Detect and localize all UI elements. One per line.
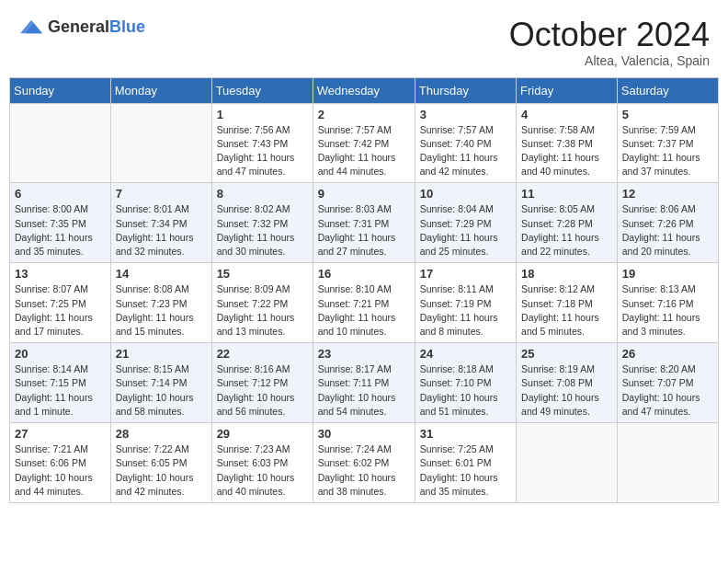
day-info: Sunrise: 8:02 AM Sunset: 7:32 PM Dayligh… (217, 202, 308, 259)
day-info: Sunrise: 8:12 AM Sunset: 7:18 PM Dayligh… (521, 282, 612, 339)
day-info: Sunrise: 8:17 AM Sunset: 7:11 PM Dayligh… (318, 362, 410, 419)
day-info: Sunrise: 7:25 AM Sunset: 6:01 PM Dayligh… (420, 442, 511, 499)
calendar-header-row: SundayMondayTuesdayWednesdayThursdayFrid… (10, 77, 719, 103)
calendar-day-cell: 29Sunrise: 7:23 AM Sunset: 6:03 PM Dayli… (211, 423, 313, 503)
day-number: 23 (318, 347, 410, 361)
calendar-day-cell: 7Sunrise: 8:01 AM Sunset: 7:34 PM Daylig… (110, 183, 211, 263)
calendar-day-cell: 19Sunrise: 8:13 AM Sunset: 7:16 PM Dayli… (617, 263, 718, 343)
day-info: Sunrise: 8:05 AM Sunset: 7:28 PM Dayligh… (521, 202, 612, 259)
day-number: 7 (116, 187, 207, 201)
page-header: GeneralBlue October 2024 Altea, Valencia… (9, 9, 719, 72)
calendar-day-cell: 18Sunrise: 8:12 AM Sunset: 7:18 PM Dayli… (517, 263, 618, 343)
calendar-day-cell: 24Sunrise: 8:18 AM Sunset: 7:10 PM Dayli… (415, 343, 516, 423)
month-title: October 2024 (509, 17, 710, 53)
day-number: 31 (420, 427, 511, 441)
day-number: 2 (318, 108, 410, 121)
day-number: 14 (116, 267, 207, 281)
calendar-day-cell: 21Sunrise: 8:15 AM Sunset: 7:14 PM Dayli… (110, 343, 211, 423)
day-number: 13 (15, 267, 106, 281)
day-header-wednesday: Wednesday (313, 77, 415, 103)
day-info: Sunrise: 8:04 AM Sunset: 7:29 PM Dayligh… (420, 202, 511, 259)
day-info: Sunrise: 8:16 AM Sunset: 7:12 PM Dayligh… (217, 362, 308, 419)
day-number: 19 (622, 267, 713, 281)
day-info: Sunrise: 8:18 AM Sunset: 7:10 PM Dayligh… (420, 362, 511, 419)
day-info: Sunrise: 7:21 AM Sunset: 6:06 PM Dayligh… (15, 442, 106, 499)
calendar-day-cell (10, 103, 111, 183)
day-number: 11 (521, 187, 612, 201)
day-number: 6 (15, 187, 106, 201)
calendar-day-cell: 26Sunrise: 8:20 AM Sunset: 7:07 PM Dayli… (617, 343, 718, 423)
day-info: Sunrise: 8:00 AM Sunset: 7:35 PM Dayligh… (15, 202, 106, 259)
day-number: 27 (15, 427, 106, 441)
day-info: Sunrise: 8:13 AM Sunset: 7:16 PM Dayligh… (622, 282, 713, 339)
day-info: Sunrise: 7:58 AM Sunset: 7:38 PM Dayligh… (521, 123, 612, 179)
calendar-week-row: 6Sunrise: 8:00 AM Sunset: 7:35 PM Daylig… (10, 183, 719, 263)
title-area: October 2024 Altea, Valencia, Spain (509, 17, 710, 68)
calendar-day-cell: 10Sunrise: 8:04 AM Sunset: 7:29 PM Dayli… (415, 183, 516, 263)
calendar-day-cell: 11Sunrise: 8:05 AM Sunset: 7:28 PM Dayli… (517, 183, 618, 263)
calendar-day-cell: 17Sunrise: 8:11 AM Sunset: 7:19 PM Dayli… (415, 263, 516, 343)
day-info: Sunrise: 8:10 AM Sunset: 7:21 PM Dayligh… (318, 282, 410, 339)
day-number: 1 (217, 108, 308, 121)
calendar-day-cell: 23Sunrise: 8:17 AM Sunset: 7:11 PM Dayli… (313, 343, 415, 423)
day-info: Sunrise: 8:06 AM Sunset: 7:26 PM Dayligh… (622, 202, 713, 259)
logo-icon (18, 17, 44, 37)
day-header-thursday: Thursday (415, 77, 516, 103)
calendar-week-row: 13Sunrise: 8:07 AM Sunset: 7:25 PM Dayli… (10, 263, 719, 343)
calendar-day-cell: 8Sunrise: 8:02 AM Sunset: 7:32 PM Daylig… (211, 183, 313, 263)
calendar-day-cell: 12Sunrise: 8:06 AM Sunset: 7:26 PM Dayli… (617, 183, 718, 263)
calendar-day-cell (617, 423, 718, 503)
day-number: 26 (622, 347, 713, 361)
day-number: 30 (318, 427, 410, 441)
day-number: 29 (217, 427, 308, 441)
day-number: 24 (420, 347, 511, 361)
logo: GeneralBlue (18, 17, 145, 37)
calendar-day-cell: 31Sunrise: 7:25 AM Sunset: 6:01 PM Dayli… (415, 423, 516, 503)
calendar-day-cell: 22Sunrise: 8:16 AM Sunset: 7:12 PM Dayli… (211, 343, 313, 423)
day-header-tuesday: Tuesday (211, 77, 313, 103)
day-number: 25 (521, 347, 612, 361)
calendar-day-cell: 9Sunrise: 8:03 AM Sunset: 7:31 PM Daylig… (313, 183, 415, 263)
day-header-sunday: Sunday (10, 77, 111, 103)
calendar-day-cell: 20Sunrise: 8:14 AM Sunset: 7:15 PM Dayli… (10, 343, 111, 423)
day-number: 28 (116, 427, 207, 441)
day-header-monday: Monday (110, 77, 211, 103)
calendar-week-row: 27Sunrise: 7:21 AM Sunset: 6:06 PM Dayli… (10, 423, 719, 503)
calendar-day-cell: 13Sunrise: 8:07 AM Sunset: 7:25 PM Dayli… (10, 263, 111, 343)
day-info: Sunrise: 8:19 AM Sunset: 7:08 PM Dayligh… (521, 362, 612, 419)
day-info: Sunrise: 8:01 AM Sunset: 7:34 PM Dayligh… (116, 202, 207, 259)
day-info: Sunrise: 8:07 AM Sunset: 7:25 PM Dayligh… (15, 282, 106, 339)
calendar-day-cell: 27Sunrise: 7:21 AM Sunset: 6:06 PM Dayli… (10, 423, 111, 503)
day-number: 3 (420, 108, 511, 121)
day-info: Sunrise: 8:09 AM Sunset: 7:22 PM Dayligh… (217, 282, 308, 339)
day-info: Sunrise: 7:22 AM Sunset: 6:05 PM Dayligh… (116, 442, 207, 499)
day-header-friday: Friday (517, 77, 618, 103)
day-info: Sunrise: 7:23 AM Sunset: 6:03 PM Dayligh… (217, 442, 308, 499)
calendar-week-row: 20Sunrise: 8:14 AM Sunset: 7:15 PM Dayli… (10, 343, 719, 423)
day-info: Sunrise: 7:24 AM Sunset: 6:02 PM Dayligh… (318, 442, 410, 499)
calendar-day-cell (110, 103, 211, 183)
day-number: 5 (622, 108, 713, 121)
day-number: 8 (217, 187, 308, 201)
day-info: Sunrise: 8:20 AM Sunset: 7:07 PM Dayligh… (622, 362, 713, 419)
logo-general: General (48, 17, 109, 36)
calendar-day-cell: 28Sunrise: 7:22 AM Sunset: 6:05 PM Dayli… (110, 423, 211, 503)
calendar-day-cell: 16Sunrise: 8:10 AM Sunset: 7:21 PM Dayli… (313, 263, 415, 343)
day-info: Sunrise: 7:59 AM Sunset: 7:37 PM Dayligh… (622, 123, 713, 179)
day-header-saturday: Saturday (617, 77, 718, 103)
day-info: Sunrise: 8:15 AM Sunset: 7:14 PM Dayligh… (116, 362, 207, 419)
logo-blue: Blue (109, 17, 145, 36)
calendar-day-cell: 14Sunrise: 8:08 AM Sunset: 7:23 PM Dayli… (110, 263, 211, 343)
day-number: 9 (318, 187, 410, 201)
day-number: 17 (420, 267, 511, 281)
calendar-day-cell: 15Sunrise: 8:09 AM Sunset: 7:22 PM Dayli… (211, 263, 313, 343)
day-info: Sunrise: 7:57 AM Sunset: 7:42 PM Dayligh… (318, 123, 410, 179)
day-number: 18 (521, 267, 612, 281)
day-number: 15 (217, 267, 308, 281)
calendar-day-cell: 3Sunrise: 7:57 AM Sunset: 7:40 PM Daylig… (415, 103, 516, 183)
calendar-day-cell (517, 423, 618, 503)
day-number: 12 (622, 187, 713, 201)
day-info: Sunrise: 8:14 AM Sunset: 7:15 PM Dayligh… (15, 362, 106, 419)
day-number: 4 (521, 108, 612, 121)
calendar-day-cell: 25Sunrise: 8:19 AM Sunset: 7:08 PM Dayli… (517, 343, 618, 423)
